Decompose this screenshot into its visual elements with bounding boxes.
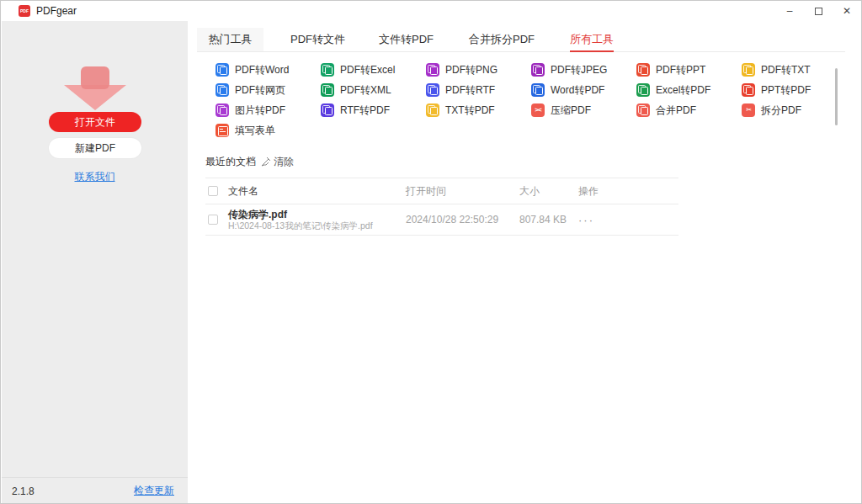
tool-label: 填写表单	[235, 124, 275, 138]
tool-label: PDF转Excel	[340, 63, 395, 77]
clear-icon	[261, 157, 271, 167]
tools-grid: PDF转Word PDF转Excel PDF转PNG PDF转JPEG PDF转…	[216, 60, 847, 141]
tool-pdf-to-excel[interactable]: PDF转Excel	[321, 60, 426, 80]
tool-label: 拆分PDF	[761, 103, 801, 118]
tool-rtf-to-pdf[interactable]: RTF转PDF	[321, 100, 426, 120]
convert-icon	[321, 63, 334, 77]
tool-compress-pdf[interactable]: >< 压缩PDF	[531, 100, 636, 120]
convert-icon	[636, 63, 650, 77]
convert-icon	[742, 63, 755, 77]
column-open-time: 打开时间	[406, 184, 519, 199]
tool-label: 图片转PDF	[235, 103, 285, 118]
compress-icon: ><	[531, 103, 545, 117]
tool-pdf-to-web[interactable]: PDF转网页	[216, 80, 321, 100]
column-actions: 操作	[578, 184, 678, 199]
file-path: H:\2024-08-13我的笔记\传染病学.pdf	[228, 220, 406, 231]
merge-icon	[636, 103, 650, 117]
convert-icon	[636, 83, 650, 97]
convert-icon	[321, 83, 334, 97]
window-title: PDFgear	[36, 5, 77, 17]
convert-icon	[216, 63, 229, 77]
tool-label: PDF转JPEG	[551, 63, 607, 77]
tab-pdf-to-file[interactable]: PDF转文件	[285, 28, 350, 51]
close-button[interactable]: ✕	[833, 1, 861, 21]
recent-docs-title: 最近的文档	[205, 155, 256, 169]
row-actions-menu-button[interactable]: ···	[578, 214, 678, 226]
tool-label: Word转PDF	[551, 83, 604, 98]
tool-pdf-to-word[interactable]: PDF转Word	[216, 60, 321, 80]
tool-excel-to-pdf[interactable]: Excel转PDF	[636, 80, 742, 100]
tool-pdf-to-ppt[interactable]: PDF转PPT	[636, 60, 742, 80]
sidebar: 打开文件 新建PDF 联系我们 2.1.8 检查更新	[2, 21, 188, 504]
tool-label: PDF转PPT	[656, 63, 705, 77]
tool-label: TXT转PDF	[445, 103, 495, 118]
file-cell: 传染病学.pdf H:\2024-08-13我的笔记\传染病学.pdf	[228, 209, 406, 231]
tool-label: PDF转PNG	[445, 63, 498, 77]
convert-icon	[531, 63, 545, 77]
maximize-icon	[815, 8, 822, 15]
column-filename: 文件名	[228, 184, 406, 199]
tool-label: PPT转PDF	[761, 83, 811, 98]
arrow-stem	[81, 66, 109, 89]
tab-file-to-pdf[interactable]: 文件转PDF	[374, 28, 439, 51]
main-content: 热门工具 PDF转文件 文件转PDF 合并拆分PDF 所有工具 PDF转Word…	[188, 21, 861, 504]
row-checkbox[interactable]	[208, 215, 218, 225]
tool-ppt-to-pdf[interactable]: PPT转PDF	[742, 80, 847, 100]
tool-pdf-to-xml[interactable]: PDF转XML	[321, 80, 426, 100]
tab-all-tools[interactable]: 所有工具	[565, 28, 619, 51]
convert-icon	[426, 83, 439, 97]
column-size: 大小	[519, 184, 578, 199]
tool-label: Excel转PDF	[656, 83, 710, 98]
tool-merge-pdf[interactable]: 合并PDF	[636, 100, 742, 120]
table-row[interactable]: 传染病学.pdf H:\2024-08-13我的笔记\传染病学.pdf 2024…	[205, 204, 678, 236]
tool-label: RTF转PDF	[340, 103, 390, 118]
open-file-button[interactable]: 打开文件	[49, 112, 141, 132]
minimize-button[interactable]: –	[775, 1, 804, 21]
form-icon	[216, 124, 229, 137]
tool-label: 压缩PDF	[551, 103, 591, 118]
check-update-link[interactable]: 检查更新	[134, 484, 174, 498]
version-label: 2.1.8	[12, 485, 35, 497]
convert-icon	[531, 83, 545, 97]
tool-word-to-pdf[interactable]: Word转PDF	[531, 80, 636, 100]
convert-icon	[742, 83, 755, 97]
tab-merge-split[interactable]: 合并拆分PDF	[464, 28, 540, 51]
tool-label: PDF转Word	[235, 63, 289, 77]
recent-files-table: 文件名 打开时间 大小 操作 传染病学.pdf H:\2024-08-13我的笔…	[205, 178, 678, 236]
convert-icon	[216, 83, 229, 97]
tool-label: PDF转TXT	[761, 63, 811, 77]
tab-hot-tools[interactable]: 热门工具	[197, 28, 263, 51]
tool-image-to-pdf[interactable]: 图片转PDF	[216, 100, 321, 120]
scissors-icon: ✂	[742, 103, 755, 117]
table-header-row: 文件名 打开时间 大小 操作	[205, 178, 678, 204]
tool-pdf-to-png[interactable]: PDF转PNG	[426, 60, 531, 80]
app-logo-icon: PDF	[19, 5, 30, 17]
new-pdf-button[interactable]: 新建PDF	[49, 138, 141, 158]
maximize-button[interactable]	[804, 1, 833, 21]
tool-label: 合并PDF	[656, 103, 696, 118]
convert-icon	[426, 63, 439, 77]
convert-icon	[216, 103, 229, 117]
tool-pdf-to-txt[interactable]: PDF转TXT	[742, 60, 847, 80]
vertical-scrollbar[interactable]	[835, 68, 838, 125]
contact-us-link[interactable]: 联系我们	[75, 171, 115, 183]
file-name: 传染病学.pdf	[228, 209, 406, 220]
clear-recent-button[interactable]: 清除	[261, 155, 294, 169]
tool-pdf-to-rtf[interactable]: PDF转RTF	[426, 80, 531, 100]
tool-label: PDF转RTF	[445, 83, 495, 98]
tool-label: PDF转XML	[340, 83, 391, 98]
clear-label: 清除	[274, 155, 294, 169]
file-size: 807.84 KB	[519, 214, 578, 225]
tool-txt-to-pdf[interactable]: TXT转PDF	[426, 100, 531, 120]
tool-label: PDF转网页	[235, 83, 285, 98]
convert-icon	[321, 103, 334, 117]
title-bar: PDF PDFgear – ✕	[1, 1, 861, 21]
tool-pdf-to-jpeg[interactable]: PDF转JPEG	[531, 60, 636, 80]
file-open-time: 2024/10/28 22:50:29	[406, 214, 519, 225]
tool-fill-form[interactable]: 填写表单	[216, 120, 321, 141]
convert-icon	[426, 103, 439, 117]
select-all-checkbox[interactable]	[208, 186, 218, 196]
tool-tabs: 热门工具 PDF转文件 文件转PDF 合并拆分PDF 所有工具	[197, 28, 845, 52]
tool-split-pdf[interactable]: ✂ 拆分PDF	[742, 100, 847, 120]
